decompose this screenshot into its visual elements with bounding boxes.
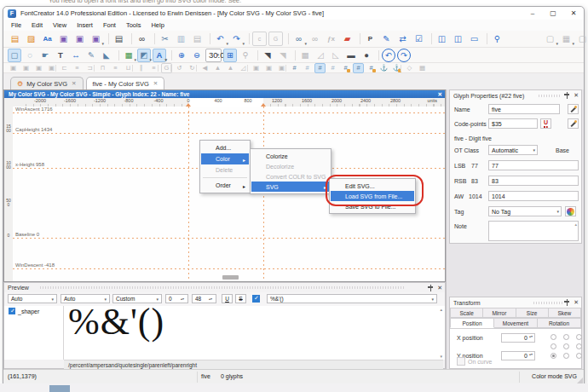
zoom-selection-icon[interactable]: ⚲: [239, 49, 252, 62]
menu-insert[interactable]: Insert: [72, 21, 98, 29]
anchor-bottom-right-radio[interactable]: [576, 353, 582, 359]
preview-mode-select[interactable]: Auto: [8, 294, 57, 303]
anchor-middle-left-radio[interactable]: [551, 343, 556, 349]
tag-select[interactable]: No Tag: [488, 206, 562, 216]
tracking-spinner[interactable]: 0: [165, 294, 188, 303]
grid-dots-icon[interactable]: #: [302, 63, 313, 73]
flip-vertical-icon[interactable]: ▲: [212, 63, 223, 73]
horizontal-scrollbar-thumb[interactable]: [222, 275, 239, 280]
find-icon[interactable]: ∞: [135, 32, 149, 46]
test-font-icon[interactable]: ▭: [467, 32, 481, 46]
scroll-up-icon[interactable]: ▴: [440, 307, 442, 312]
print-icon[interactable]: ▤: [112, 32, 126, 46]
transform-dialog-icon[interactable]: ⇄: [395, 32, 410, 46]
note-textarea[interactable]: [488, 221, 579, 241]
name-wand-button[interactable]: [568, 104, 579, 114]
tab-size[interactable]: Size: [516, 308, 549, 318]
anchor-top-center-radio[interactable]: [563, 334, 569, 340]
pin-icon[interactable]: [427, 285, 434, 291]
glyph-properties-icon[interactable]: P: [363, 32, 378, 46]
grid-rows-icon[interactable]: #: [314, 63, 326, 73]
contour-dark-icon[interactable]: ◥: [261, 49, 274, 62]
tab-movement[interactable]: Movement: [494, 318, 538, 328]
lsb-input[interactable]: 77: [488, 160, 579, 170]
tab-close-icon[interactable]: ✕: [153, 80, 158, 87]
tab-mirror[interactable]: Mirror: [483, 308, 516, 318]
transform-titlebar[interactable]: Transform ✕: [450, 297, 581, 308]
distribute-h-icon[interactable]: ∥: [135, 63, 147, 73]
codepoints-input[interactable]: $35: [488, 118, 538, 129]
save-icon[interactable]: ▣: [56, 32, 71, 46]
menu-help[interactable]: Help: [146, 21, 169, 29]
new-font-icon[interactable]: ▤: [8, 32, 22, 46]
tab-overview[interactable]: ⚙ My Color SVG ✕: [10, 77, 84, 89]
glyph-window-titlebar[interactable]: My Color SVG - My Color SVG - Simple - G…: [4, 90, 445, 98]
tab-position[interactable]: Position: [450, 318, 494, 328]
zoom-level-combo[interactable]: 30.05%: [205, 49, 222, 62]
menu-view[interactable]: View: [48, 21, 72, 29]
panel-close-icon[interactable]: ✕: [574, 299, 579, 306]
preview-canvas[interactable]: %&'() ▴ ▾: [64, 306, 443, 360]
align-left-icon[interactable]: ⊏: [59, 63, 70, 73]
preview-close-icon[interactable]: ✕: [437, 285, 442, 291]
link-contours-icon[interactable]: ∞: [291, 32, 306, 46]
insert-image-icon[interactable]: ▦: [122, 49, 135, 62]
menu-edit[interactable]: Edit: [26, 21, 48, 29]
codepoints-wand-button[interactable]: [568, 118, 579, 129]
grid-cols-lock-icon[interactable]: #: [366, 63, 377, 73]
font-color-icon[interactable]: A: [153, 49, 166, 62]
glyph-properties-titlebar[interactable]: Glyph Properties (#22 five) ✕: [450, 90, 581, 101]
weld-icon[interactable]: ▣: [251, 63, 262, 73]
grid-icon[interactable]: #: [289, 63, 300, 73]
glyph-window-close-icon[interactable]: ✕: [438, 91, 442, 98]
preview-range-select[interactable]: Custom: [112, 294, 162, 303]
ellipse-shape-icon[interactable]: ●: [360, 49, 373, 62]
anchor-bottom-center-radio[interactable]: [563, 353, 569, 359]
y-position-spinner[interactable]: 0: [501, 351, 535, 360]
export-page-icon[interactable]: ▢: [575, 32, 588, 46]
tag-color-button[interactable]: [565, 206, 576, 216]
layer-row[interactable]: _shaper: [6, 306, 63, 314]
live-update-checkbox[interactable]: [252, 295, 260, 303]
zoom-out-icon[interactable]: ⊖: [190, 49, 204, 62]
image-disabled-icon[interactable]: ▦: [298, 49, 312, 62]
overview-icon[interactable]: ▦: [559, 32, 574, 46]
flip-horizontal-icon[interactable]: ◀: [199, 63, 210, 73]
preview-window-icon[interactable]: ◫: [435, 32, 449, 46]
tab-close-icon[interactable]: ✕: [72, 80, 76, 87]
open-font-icon[interactable]: ▨: [24, 32, 38, 46]
rect-shape-icon[interactable]: ▬: [344, 49, 358, 62]
scroll-down-icon[interactable]: ▾: [440, 354, 442, 359]
intersect-icon[interactable]: ▣: [263, 63, 274, 73]
validate-icon[interactable]: ☑: [412, 32, 426, 46]
nav-back-icon[interactable]: ↶: [382, 49, 395, 62]
group-icon[interactable]: ▣: [8, 63, 19, 73]
skew-x-icon[interactable]: ◿: [314, 49, 327, 62]
text-tool-icon[interactable]: T: [54, 49, 67, 62]
underline-button[interactable]: U: [222, 294, 233, 303]
anchor-icon[interactable]: ⚓: [378, 63, 389, 73]
save-as-icon[interactable]: ▣: [72, 32, 87, 46]
aw-input[interactable]: 1014: [488, 191, 579, 201]
save-all-icon[interactable]: ▣: [89, 32, 103, 46]
rotate-ccw-icon[interactable]: ↺: [174, 63, 185, 73]
paste-icon[interactable]: ▤: [190, 32, 205, 46]
pan-hand-icon[interactable]: ☛: [38, 49, 52, 62]
connect-points-icon[interactable]: ◇: [404, 63, 415, 73]
layer-checkbox[interactable]: [9, 308, 15, 314]
anchor-top-left-radio[interactable]: [551, 334, 556, 340]
compare-window-icon[interactable]: ◫: [451, 32, 465, 46]
tab-glyph-five[interactable]: five - My Color SVG ✕: [86, 77, 165, 89]
tab-rotation[interactable]: Rotation: [538, 318, 581, 328]
bring-front-icon[interactable]: ▣: [33, 63, 44, 73]
panel-close-icon[interactable]: ✕: [574, 92, 579, 99]
grid-cols-icon[interactable]: #: [353, 63, 364, 73]
measure-icon[interactable]: ↔: [69, 49, 83, 62]
nav-forward-icon[interactable]: ↷: [397, 49, 411, 62]
ot-class-select[interactable]: Automatic: [488, 145, 538, 155]
align-center-icon[interactable]: ≡: [72, 63, 83, 73]
pin-icon[interactable]: [563, 92, 570, 99]
minimize-button[interactable]: –: [522, 7, 543, 20]
skew-y-icon[interactable]: ◺: [329, 49, 343, 62]
draw-pencil-icon[interactable]: ✎: [84, 49, 98, 62]
